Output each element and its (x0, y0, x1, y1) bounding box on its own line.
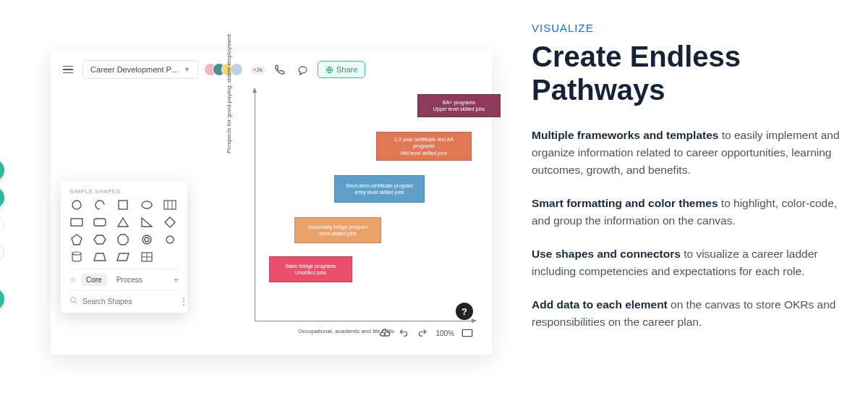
svg-rect-7 (164, 201, 176, 209)
step-text: Short-term certificate program (346, 182, 413, 189)
svg-marker-22 (94, 253, 106, 261)
palette-title: SIMPLE SHAPES (69, 188, 179, 195)
svg-marker-14 (165, 217, 175, 227)
palette-search-row: ⋮ (69, 295, 179, 307)
people-tool-button[interactable] (0, 242, 4, 264)
svg-point-19 (145, 237, 149, 242)
step-text: semi-skilled jobs (319, 230, 356, 237)
ladder-step-5[interactable]: BA+ programs Upper level skilled jobs (417, 94, 501, 117)
call-icon[interactable] (271, 61, 289, 78)
pin-icon[interactable]: ☆ (69, 275, 77, 285)
collaborator-avatars[interactable] (204, 63, 243, 76)
svg-point-21 (72, 252, 81, 255)
headline: Create Endless Pathways (532, 40, 857, 106)
menu-icon[interactable] (59, 61, 77, 78)
y-axis-label: Prospects for good-paying, stable employ… (226, 34, 232, 153)
svg-marker-23 (117, 253, 129, 261)
svg-marker-16 (94, 235, 106, 244)
svg-line-28 (75, 302, 77, 304)
shape-right-triangle-icon[interactable] (140, 216, 154, 228)
file-name-chip[interactable]: Career Development P… ▼ (82, 60, 198, 79)
feature-bold: Add data to each element (532, 298, 668, 311)
feature-paragraph: Use shapes and connectors to visualize a… (532, 245, 857, 280)
svg-marker-12 (118, 218, 128, 227)
comment-icon[interactable] (294, 61, 312, 78)
help-button[interactable]: ? (456, 303, 473, 320)
step-text: 1-2 year certificate and AA (394, 136, 454, 143)
frame-tool-outline-button[interactable] (0, 214, 4, 236)
step-text: BA+ programs (443, 99, 475, 106)
shape-trapezoid-icon[interactable] (93, 251, 107, 263)
step-text: Mid level skilled jobs (401, 150, 447, 156)
step-text: programs (413, 143, 435, 149)
step-text: Basic bridge programs (285, 263, 336, 269)
step-text: Unskilled jobs (295, 269, 326, 276)
file-name-text: Career Development P… (90, 65, 179, 74)
svg-point-20 (166, 236, 174, 243)
zoom-level[interactable]: 100% (435, 329, 454, 337)
palette-tabs: ☆ Core Process + (69, 269, 179, 291)
shape-arc-icon[interactable] (93, 199, 107, 211)
chevron-down-icon: ▼ (184, 66, 190, 73)
step-text: entry level skilled jobs (354, 189, 404, 195)
feature-paragraph: Smart formatting and color themes to hig… (532, 195, 857, 229)
shape-triangle-icon[interactable] (116, 216, 130, 228)
svg-marker-15 (72, 235, 82, 245)
shape-circle-icon[interactable] (69, 199, 84, 211)
svg-point-6 (142, 201, 152, 208)
tab-process[interactable]: Process (111, 274, 148, 286)
shape-parallelogram-icon[interactable] (116, 251, 130, 263)
x-axis-line (255, 321, 476, 321)
shape-table-icon[interactable] (163, 199, 177, 211)
shape-ellipse-icon[interactable] (140, 199, 154, 211)
svg-rect-3 (462, 329, 472, 336)
shape-pentagon-icon[interactable] (69, 234, 84, 245)
shape-ring-icon[interactable] (140, 234, 154, 245)
redo-icon[interactable] (417, 327, 428, 339)
shape-small-circle-icon[interactable] (163, 234, 177, 245)
feature-bold: Multiple frameworks and templates (532, 129, 718, 141)
shape-hexagon-icon[interactable] (93, 234, 107, 245)
ladder-step-2[interactable]: Secondary bridge program semi-skilled jo… (294, 217, 381, 243)
shape-round-rect-icon[interactable] (93, 216, 107, 228)
shape-diamond-icon[interactable] (163, 216, 177, 228)
step-text: Secondary bridge program (308, 224, 368, 230)
svg-marker-17 (118, 235, 128, 245)
svg-rect-10 (71, 219, 82, 226)
feature-paragraph: Add data to each element on the canvas t… (532, 296, 857, 331)
undo-icon[interactable] (398, 327, 409, 339)
feature-paragraph: Multiple frameworks and templates to eas… (532, 127, 857, 179)
search-shapes-input[interactable] (82, 298, 174, 306)
svg-rect-11 (94, 219, 106, 226)
svg-point-27 (71, 298, 76, 303)
shape-octagon-icon[interactable] (116, 234, 130, 245)
add-tab-button[interactable]: + (173, 274, 179, 285)
ladder-step-4[interactable]: 1-2 year certificate and AA programs Mid… (376, 132, 472, 161)
feature-bold: Smart formatting and color themes (532, 197, 718, 209)
y-axis-line (255, 88, 255, 321)
left-tool-rail (0, 159, 4, 264)
close-rail-button[interactable]: ✕ (0, 288, 4, 310)
tab-core[interactable]: Core (81, 274, 107, 286)
avatar-count-badge: +2k (250, 66, 265, 74)
ladder-step-1[interactable]: Basic bridge programs Unskilled jobs (269, 256, 352, 282)
more-options-icon[interactable]: ⋮ (179, 295, 190, 307)
feature-bold: Use shapes and connectors (532, 248, 681, 260)
ladder-step-3[interactable]: Short-term certificate program entry lev… (334, 175, 425, 203)
share-button[interactable]: Share (318, 61, 365, 78)
palette-grid (69, 199, 179, 263)
frame-tool-filled-button[interactable] (0, 159, 4, 181)
shape-empty-slot (163, 251, 177, 263)
shape-square-icon[interactable] (116, 199, 130, 211)
shape-grid-icon[interactable] (140, 251, 154, 263)
shape-cylinder-icon[interactable] (69, 251, 84, 263)
fit-screen-icon[interactable] (461, 327, 473, 339)
eyebrow: VISUALIZE (532, 22, 857, 34)
svg-marker-13 (142, 218, 152, 227)
frame-tool-filled-button-2[interactable] (0, 187, 4, 208)
cloud-sync-icon[interactable] (379, 327, 391, 339)
shape-rect-icon[interactable] (69, 216, 84, 228)
shapes-palette: SIMPLE SHAPES (61, 181, 187, 313)
globe-icon (326, 66, 333, 74)
svg-point-18 (142, 235, 151, 244)
